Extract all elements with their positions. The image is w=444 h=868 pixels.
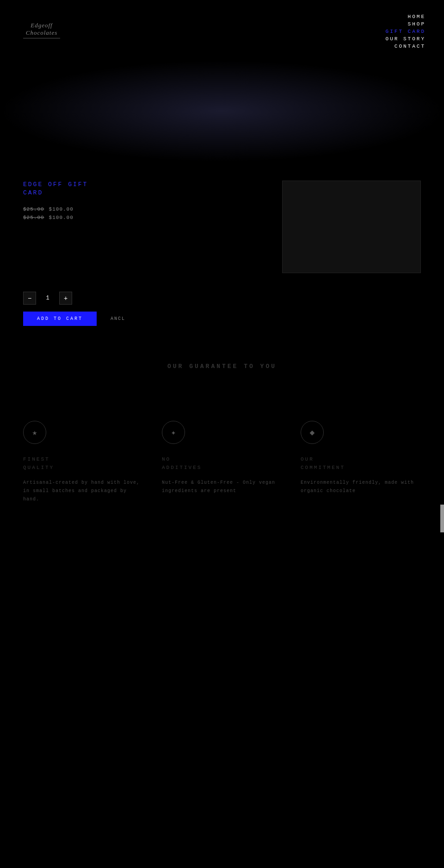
guarantee-title: OUR GUARANTEE TO YOU (23, 363, 421, 370)
main-nav: HOME SHOP GIFT CARD OUR STORY CONTACT (386, 14, 426, 49)
cancel-button[interactable]: ancl (101, 312, 135, 326)
star-icon: ★ (32, 427, 37, 437)
feature-commitment: ◆ OUR COMMITMENT Environmentally friendl… (301, 421, 421, 504)
nav-item-contact[interactable]: CONTACT (395, 44, 426, 49)
product-info: EDGE OFF GIFT CARD $25.00 $100.00 $25.00… (23, 181, 264, 273)
quantity-decrease-button[interactable]: − (23, 292, 36, 305)
feature-quality-icon-circle: ★ (23, 421, 46, 444)
feature-commitment-text: Environmentally friendly, made with orga… (301, 479, 421, 495)
feature-commitment-icon-area: ◆ (301, 421, 421, 449)
nav-item-gift-card[interactable]: GIFT CARD (386, 29, 426, 34)
feature-quality: ★ FINEST QUALITY Artisanal-created by ha… (23, 421, 143, 504)
logo-text: Edgeoff (31, 22, 52, 29)
product-title: EDGE OFF GIFT CARD (23, 181, 264, 197)
add-to-cart-area: − 1 + ADD TO CART ancl (0, 292, 444, 335)
scrollbar-thumb[interactable] (440, 505, 444, 532)
feature-quality-text: Artisanal-created by hand with love, in … (23, 479, 143, 504)
logo[interactable]: Edgeoff Chocolates (18, 9, 65, 51)
feature-quality-icon-area: ★ (23, 421, 143, 449)
guarantee-section: OUR GUARANTEE TO YOU (0, 335, 444, 412)
price-row-2: $25.00 $100.00 (23, 215, 264, 220)
feature-quality-heading: FINEST QUALITY (23, 456, 143, 472)
price-original-1: $25.00 (23, 206, 44, 212)
product-section: EDGE OFF GIFT CARD $25.00 $100.00 $25.00… (0, 162, 444, 292)
hero-gradient (0, 60, 444, 162)
quantity-row: − 1 + (23, 292, 421, 305)
feature-additives-icon-circle: ✦ (162, 421, 185, 444)
feature-additives-heading: NO ADDITIVES (162, 456, 282, 472)
footer-area (0, 531, 444, 624)
price-original-2: $25.00 (23, 215, 44, 220)
logo-underline (23, 38, 60, 38)
product-image (282, 181, 421, 273)
hero-image-area (0, 60, 444, 162)
feature-commitment-heading: OUR COMMITMENT (301, 456, 421, 472)
price-sale-2: $100.00 (49, 215, 74, 220)
nav-item-shop[interactable]: SHOP (408, 21, 426, 27)
features-grid: ★ FINEST QUALITY Artisanal-created by ha… (0, 412, 444, 531)
nav-item-our-story[interactable]: OUR STORY (386, 36, 426, 42)
quantity-increase-button[interactable]: + (59, 292, 72, 305)
feature-additives-icon-area: ✦ (162, 421, 282, 449)
quantity-value: 1 (41, 295, 55, 301)
nav-item-home[interactable]: HOME (408, 14, 426, 19)
feature-commitment-icon-circle: ◆ (301, 421, 324, 444)
feature-additives: ✦ NO ADDITIVES Nut-Free & Gluten-Free - … (162, 421, 282, 504)
price-row-1: $25.00 $100.00 (23, 206, 264, 212)
diamond-icon: ◆ (310, 427, 315, 437)
header: Edgeoff Chocolates HOME SHOP GIFT CARD O… (0, 0, 444, 60)
price-sale-1: $100.00 (49, 206, 74, 212)
feature-additives-text: Nut-Free & Gluten-Free - Only vegan ingr… (162, 479, 282, 495)
logo-subtext: Chocolates (26, 29, 58, 37)
sparkle-icon: ✦ (171, 427, 176, 437)
add-to-cart-button[interactable]: ADD TO CART (23, 312, 97, 326)
